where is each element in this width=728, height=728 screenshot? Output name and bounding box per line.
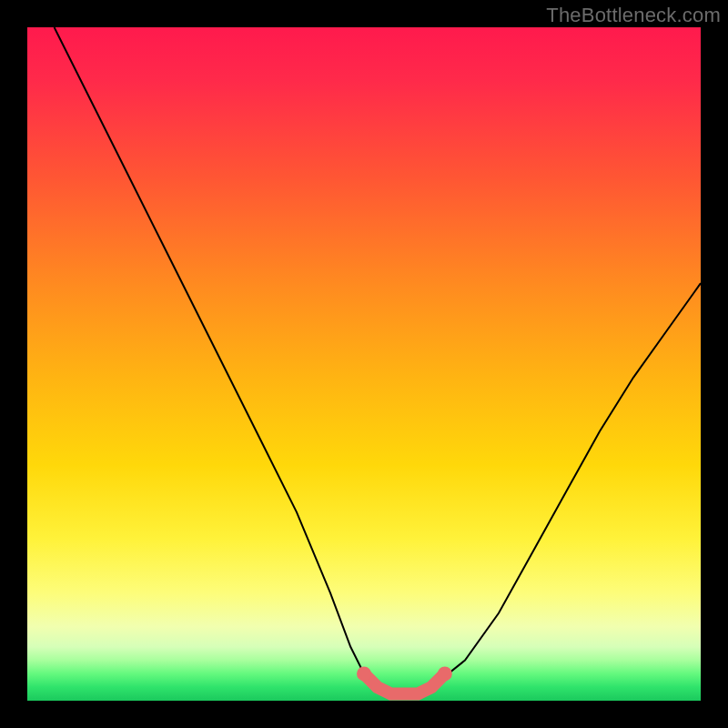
chart-frame: TheBottleneck.com (0, 0, 728, 728)
watermark-text: TheBottleneck.com (546, 4, 721, 27)
bottleneck-curve (55, 27, 701, 694)
highlight-endpoint-right (438, 666, 452, 681)
curve-layer (27, 27, 701, 701)
highlight-band (364, 673, 445, 693)
plot-area (27, 27, 701, 701)
highlight-endpoint-left (357, 666, 371, 681)
